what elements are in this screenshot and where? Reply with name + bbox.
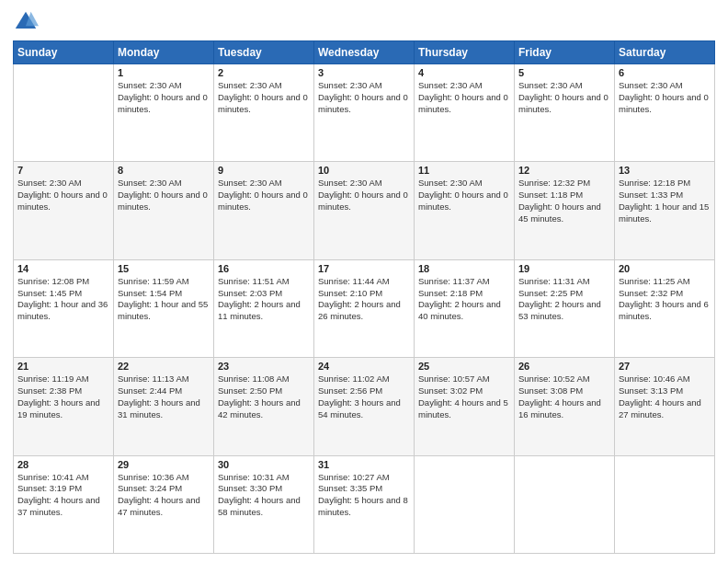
weekday-header-sunday: Sunday: [14, 41, 114, 64]
calendar-cell: [615, 455, 715, 553]
day-number: 26: [518, 361, 610, 372]
header: [13, 9, 715, 35]
calendar-cell: 24Sunrise: 11:02 AM Sunset: 2:56 PM Dayl…: [314, 358, 415, 455]
calendar-cell: 8Sunset: 2:30 AM Daylight: 0 hours and 0…: [114, 162, 214, 259]
calendar-cell: 11Sunset: 2:30 AM Daylight: 0 hours and …: [415, 162, 515, 259]
day-number: 27: [619, 361, 711, 372]
calendar-cell: 3Sunset: 2:30 AM Daylight: 0 hours and 0…: [314, 64, 415, 162]
calendar-week-2: 14Sunrise: 12:08 PM Sunset: 1:45 PM Dayl…: [14, 259, 715, 357]
day-number: 13: [619, 165, 711, 176]
calendar-cell: 23Sunrise: 11:08 AM Sunset: 2:50 PM Dayl…: [214, 358, 314, 455]
calendar-cell: 31Sunrise: 10:27 AM Sunset: 3:35 PM Dayl…: [314, 455, 415, 553]
day-info: Sunrise: 11:51 AM Sunset: 2:03 PM Daylig…: [218, 276, 310, 323]
day-info: Sunrise: 12:18 PM Sunset: 1:33 PM Daylig…: [619, 178, 711, 224]
calendar-cell: 5Sunset: 2:30 AM Daylight: 0 hours and 0…: [515, 64, 615, 162]
day-number: 18: [418, 263, 510, 274]
page: SundayMondayTuesdayWednesdayThursdayFrid…: [0, 0, 728, 563]
calendar-cell: 17Sunrise: 11:44 AM Sunset: 2:10 PM Dayl…: [314, 259, 415, 357]
calendar-cell: 21Sunrise: 11:19 AM Sunset: 2:38 PM Dayl…: [14, 358, 114, 455]
weekday-header-tuesday: Tuesday: [214, 41, 314, 64]
day-number: 30: [218, 459, 310, 470]
day-number: 2: [218, 67, 310, 78]
calendar-cell: 10Sunset: 2:30 AM Daylight: 0 hours and …: [314, 162, 415, 259]
day-info: Sunrise: 12:08 PM Sunset: 1:45 PM Daylig…: [17, 276, 109, 323]
day-number: 17: [318, 263, 410, 274]
day-info: Sunrise: 11:59 AM Sunset: 1:54 PM Daylig…: [118, 276, 210, 323]
day-info: Sunrise: 11:37 AM Sunset: 2:18 PM Daylig…: [418, 276, 510, 323]
calendar-cell: 29Sunrise: 10:36 AM Sunset: 3:24 PM Dayl…: [114, 455, 214, 553]
weekday-header-thursday: Thursday: [415, 41, 515, 64]
day-info: Sunrise: 10:27 AM Sunset: 3:35 PM Daylig…: [318, 472, 410, 519]
calendar-cell: [14, 64, 114, 162]
day-info: Sunset: 2:30 AM Daylight: 0 hours and 0 …: [218, 80, 310, 115]
day-number: 11: [418, 165, 510, 176]
calendar-cell: 6Sunset: 2:30 AM Daylight: 0 hours and 0…: [615, 64, 715, 162]
day-info: Sunset: 2:30 AM Daylight: 0 hours and 0 …: [218, 178, 310, 213]
day-info: Sunrise: 11:19 AM Sunset: 2:38 PM Daylig…: [17, 373, 109, 420]
calendar-cell: 27Sunrise: 10:46 AM Sunset: 3:13 PM Dayl…: [615, 358, 715, 455]
day-info: Sunrise: 10:52 AM Sunset: 3:08 PM Daylig…: [518, 373, 610, 420]
day-number: 28: [17, 459, 109, 470]
calendar-cell: 26Sunrise: 10:52 AM Sunset: 3:08 PM Dayl…: [515, 358, 615, 455]
day-info: Sunrise: 11:31 AM Sunset: 2:25 PM Daylig…: [518, 276, 610, 323]
weekday-header-saturday: Saturday: [615, 41, 715, 64]
day-number: 23: [218, 361, 310, 372]
day-number: 16: [218, 263, 310, 274]
calendar-cell: 19Sunrise: 11:31 AM Sunset: 2:25 PM Dayl…: [515, 259, 615, 357]
weekday-header-friday: Friday: [515, 41, 615, 64]
day-info: Sunrise: 10:41 AM Sunset: 3:19 PM Daylig…: [17, 472, 109, 519]
calendar-cell: 4Sunset: 2:30 AM Daylight: 0 hours and 0…: [415, 64, 515, 162]
day-number: 14: [17, 263, 109, 274]
day-number: 19: [518, 263, 610, 274]
day-number: 22: [118, 361, 210, 372]
day-info: Sunset: 2:30 AM Daylight: 0 hours and 0 …: [318, 80, 410, 115]
day-info: Sunset: 2:30 AM Daylight: 0 hours and 0 …: [118, 80, 210, 115]
weekday-header-monday: Monday: [114, 41, 214, 64]
day-info: Sunrise: 11:08 AM Sunset: 2:50 PM Daylig…: [218, 373, 310, 420]
calendar-cell: 12Sunrise: 12:32 PM Sunset: 1:18 PM Dayl…: [515, 162, 615, 259]
calendar-table: SundayMondayTuesdayWednesdayThursdayFrid…: [13, 40, 715, 554]
calendar-cell: 15Sunrise: 11:59 AM Sunset: 1:54 PM Dayl…: [114, 259, 214, 357]
day-number: 8: [118, 165, 210, 176]
day-number: 20: [619, 263, 711, 274]
calendar-cell: 28Sunrise: 10:41 AM Sunset: 3:19 PM Dayl…: [14, 455, 114, 553]
day-info: Sunset: 2:30 AM Daylight: 0 hours and 0 …: [418, 80, 510, 115]
day-number: 6: [619, 67, 711, 78]
day-info: Sunset: 2:30 AM Daylight: 0 hours and 0 …: [619, 80, 711, 115]
day-number: 15: [118, 263, 210, 274]
day-info: Sunrise: 10:46 AM Sunset: 3:13 PM Daylig…: [619, 373, 711, 420]
calendar-week-0: 1Sunset: 2:30 AM Daylight: 0 hours and 0…: [14, 64, 715, 162]
day-info: Sunset: 2:30 AM Daylight: 0 hours and 0 …: [318, 178, 410, 213]
day-info: Sunrise: 12:32 PM Sunset: 1:18 PM Daylig…: [518, 178, 610, 224]
day-info: Sunset: 2:30 AM Daylight: 0 hours and 0 …: [118, 178, 210, 213]
calendar-week-1: 7Sunset: 2:30 AM Daylight: 0 hours and 0…: [14, 162, 715, 259]
day-info: Sunrise: 11:02 AM Sunset: 2:56 PM Daylig…: [318, 373, 410, 420]
day-info: Sunrise: 11:25 AM Sunset: 2:32 PM Daylig…: [619, 276, 711, 323]
day-number: 9: [218, 165, 310, 176]
day-info: Sunrise: 11:44 AM Sunset: 2:10 PM Daylig…: [318, 276, 410, 323]
calendar-cell: 25Sunrise: 10:57 AM Sunset: 3:02 PM Dayl…: [415, 358, 515, 455]
day-number: 21: [17, 361, 109, 372]
calendar-cell: 9Sunset: 2:30 AM Daylight: 0 hours and 0…: [214, 162, 314, 259]
logo-icon: [13, 9, 39, 35]
day-number: 29: [118, 459, 210, 470]
calendar-cell: 22Sunrise: 11:13 AM Sunset: 2:44 PM Dayl…: [114, 358, 214, 455]
day-info: Sunset: 2:30 AM Daylight: 0 hours and 0 …: [518, 80, 610, 115]
calendar-cell: 2Sunset: 2:30 AM Daylight: 0 hours and 0…: [214, 64, 314, 162]
logo: [13, 9, 42, 35]
day-info: Sunset: 2:30 AM Daylight: 0 hours and 0 …: [418, 178, 510, 213]
weekday-header-row: SundayMondayTuesdayWednesdayThursdayFrid…: [14, 41, 715, 64]
calendar-cell: 13Sunrise: 12:18 PM Sunset: 1:33 PM Dayl…: [615, 162, 715, 259]
day-number: 1: [118, 67, 210, 78]
calendar-cell: 1Sunset: 2:30 AM Daylight: 0 hours and 0…: [114, 64, 214, 162]
day-number: 3: [318, 67, 410, 78]
calendar-week-4: 28Sunrise: 10:41 AM Sunset: 3:19 PM Dayl…: [14, 455, 715, 553]
calendar-cell: [415, 455, 515, 553]
calendar-cell: 7Sunset: 2:30 AM Daylight: 0 hours and 0…: [14, 162, 114, 259]
day-number: 12: [518, 165, 610, 176]
day-number: 24: [318, 361, 410, 372]
day-info: Sunrise: 11:13 AM Sunset: 2:44 PM Daylig…: [118, 373, 210, 420]
day-info: Sunrise: 10:31 AM Sunset: 3:30 PM Daylig…: [218, 472, 310, 519]
day-number: 25: [418, 361, 510, 372]
day-number: 10: [318, 165, 410, 176]
